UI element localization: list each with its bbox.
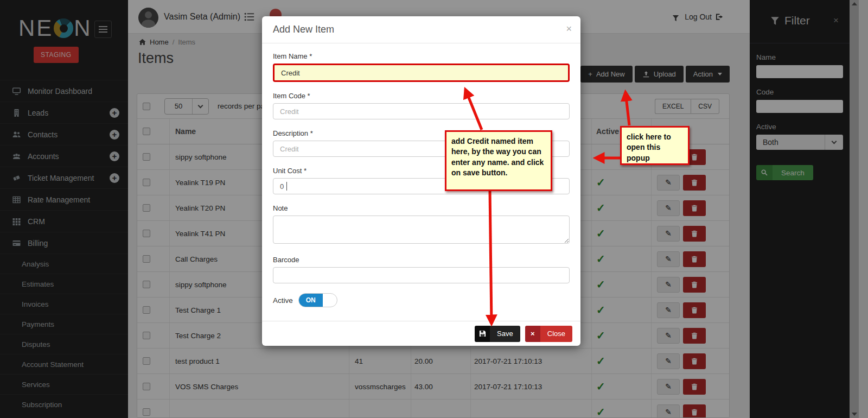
item-code-field[interactable] xyxy=(273,103,570,119)
save-button[interactable]: Save xyxy=(475,326,520,342)
floppy-icon xyxy=(479,330,486,337)
modal-header: Add New Item × xyxy=(262,16,580,43)
save-note-callout: add Credit named item here, by the way y… xyxy=(445,130,552,191)
item-name-label: Item Name * xyxy=(273,52,570,60)
active-label: Active xyxy=(273,296,293,305)
modal-title: Add New Item xyxy=(273,24,334,35)
item-code-label: Item Code * xyxy=(273,92,570,100)
note-label: Note xyxy=(273,204,570,212)
text-cursor xyxy=(286,182,287,191)
item-name-field[interactable] xyxy=(273,64,570,82)
modal-close-icon[interactable]: × xyxy=(566,24,572,34)
active-toggle[interactable]: ON xyxy=(298,293,337,307)
modal-footer: Save × Close xyxy=(262,321,580,346)
open-popup-callout: click here to open this popup xyxy=(620,126,690,165)
x-icon: × xyxy=(525,326,540,342)
barcode-label: Barcode xyxy=(273,256,570,264)
close-button[interactable]: × Close xyxy=(525,326,572,342)
note-field[interactable] xyxy=(273,216,570,244)
barcode-field[interactable] xyxy=(273,267,570,283)
